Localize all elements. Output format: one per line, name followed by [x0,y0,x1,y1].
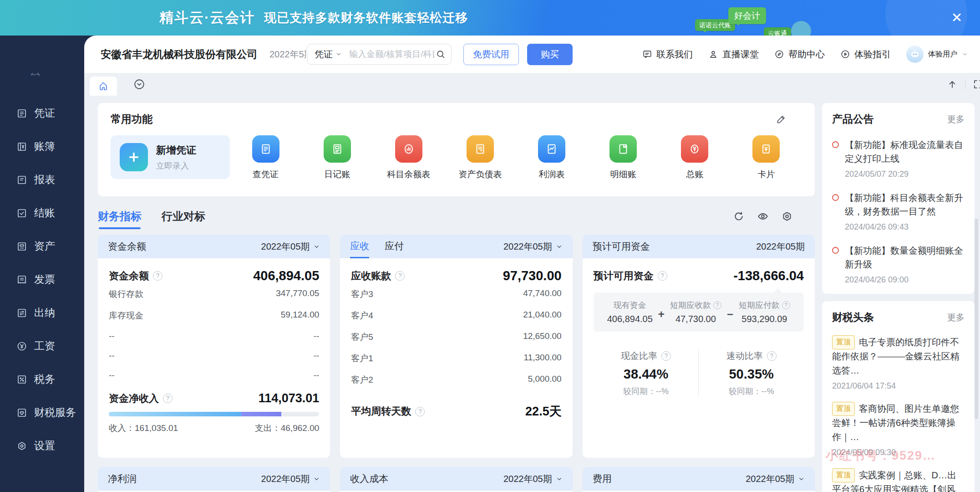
banner-close-icon[interactable]: ✕ [949,10,965,26]
link-label: 帮助中心 [788,48,825,61]
sidebar-item-cashier[interactable]: 出纳 [0,296,84,329]
sidebar-item-label: 财税服务 [34,405,76,420]
sidebar-item-assets[interactable]: 资产 [0,230,84,263]
tax-icon [16,374,27,385]
user-name: 体验用户 [928,50,957,59]
user-menu[interactable]: 体验用户 [906,46,968,63]
main-column: 常用功能 新增凭证 立即录入 [98,103,815,492]
help-icon[interactable] [153,271,162,281]
sidebar-item-invoice[interactable]: 发票 [0,263,84,296]
shortcut-label: 卡片 [757,169,775,180]
sidebar-item-closing[interactable]: 结账 [0,196,84,230]
tab-industry-benchmark[interactable]: 行业对标 [162,209,205,224]
buy-button[interactable]: 购买 [527,44,573,65]
sidebar-item-label: 设置 [34,439,55,453]
tab-payable[interactable]: 应付 [385,240,404,258]
live-class-link[interactable]: 直播课堂 [708,48,759,61]
shortcut-journal[interactable]: 日记账 [301,135,373,180]
sidebar-item-tax-services[interactable]: 财税服务 [0,396,84,429]
search-input[interactable] [348,49,436,60]
help-icon[interactable] [782,301,790,309]
global-search[interactable]: 凭证 [307,44,452,65]
funds-row: 银行存款347,770.05 [109,283,319,305]
company-name[interactable]: 安徽省丰龙机械科技股份有限公司 [101,47,258,62]
tab-list-dropdown[interactable] [133,78,145,90]
search-icon[interactable] [436,49,446,59]
tab-receivable[interactable]: 应收 [350,240,369,258]
help-icon[interactable] [163,394,173,403]
shortcut-general-ledger[interactable]: 总账 [659,135,731,180]
help-icon[interactable] [713,301,721,309]
sidebar-item-settings[interactable]: 设置 [0,429,84,462]
help-icon[interactable] [415,407,425,416]
sidebar-item-payroll[interactable]: 工资 [0,329,84,363]
home-tab[interactable] [90,77,117,96]
sidebar-item-ledgers[interactable]: 账簿 [0,130,84,163]
announcement-item[interactable]: 【新功能】数量金额明细账全新升级 2024/04/26 09:00 [832,244,965,285]
guide-link[interactable]: 体验指引 [840,48,891,61]
subledger-icon [609,135,637,163]
news-item[interactable]: 置顶实践案例｜总账、D…出平台等6大应用实例精选【剑风者… 2024/04/24… [832,468,965,492]
period-selector[interactable]: 2022年05期 [261,241,320,253]
shortcut-balance-sheet[interactable]: 资产负债表 [444,135,516,180]
shortcut-income-statement[interactable]: 利润表 [516,135,588,180]
refresh-icon[interactable] [733,210,745,222]
shortcut-account-balance[interactable]: 科目余额表 [373,135,444,180]
period-selector[interactable]: 2022年05期 [503,241,563,253]
expand-icon[interactable] [973,79,980,90]
period-selector[interactable]: 2022年05期 [261,473,320,485]
period-selector[interactable]: 2022年05期 [746,473,805,485]
shortcut-subledger[interactable]: 明细账 [588,135,659,180]
header: 安徽省丰龙机械科技股份有限公司 2022年5期 凭证 免费试用 购买 联系我们 … [0,36,980,73]
card-icon [752,135,780,163]
eye-icon[interactable] [757,210,769,222]
help-icon[interactable] [767,351,777,361]
sidebar-item-label: 账簿 [34,139,55,154]
shortcut-card[interactable]: 卡片 [731,135,802,180]
cashier-icon [16,308,27,318]
receivable-value: 97,730.00 [503,268,562,283]
content-area: 常用功能 新增凭证 立即录入 [84,96,980,492]
scroll-top-icon[interactable] [947,79,958,90]
search-category-select[interactable]: 凭证 [315,48,342,61]
card-title: 资金余额 [108,240,146,253]
new-voucher-subtitle: 立即录入 [156,160,196,171]
existing-funds: 现有资金 406,894.05 [607,300,653,324]
help-icon[interactable] [395,271,405,281]
shortcut-view-voucher[interactable]: 查凭证 [230,135,301,180]
chevron-down-icon [556,476,563,482]
net-income-label: 资金净收入 [109,392,173,405]
quick-functions-title: 常用功能 [111,112,152,126]
free-trial-button[interactable]: 免费试用 [463,44,519,65]
announcements-more-link[interactable]: 更多 [947,113,965,125]
tabstrip-tools [947,73,980,96]
vertical-scrollbar-thumb[interactable] [975,219,978,419]
shortcut-icons: 查凭证 日记账 科目余额表 [230,135,802,180]
sidebar-item-reports[interactable]: 报表 [0,163,84,196]
sidebar-item-label: 税务 [34,372,55,386]
available-funds-card: 预计可用资金 2022年05期 预计可用资金 -138,666.04 现有资金 [583,235,815,458]
news-item[interactable]: 置顶客商协同、图片生单邀您尝鲜！一帖讲清6种类型账簿操作｜… 2024/05/0… [832,402,965,457]
help-icon[interactable] [658,271,667,281]
help-icon[interactable] [661,351,671,361]
help-center-link[interactable]: 帮助中心 [774,48,825,61]
gear-icon[interactable] [781,210,793,222]
sidebar-item-tax[interactable]: 税务 [0,363,84,396]
tab-financial-indicators[interactable]: 财务指标 [98,209,142,224]
announcement-item[interactable]: 【新功能】科目余额表全新升级，财务数据一目了然 2024/04/26 09:43 [832,191,965,232]
sidebar-item-voucher[interactable]: 凭证 [0,97,84,130]
contact-us-link[interactable]: 联系我们 [642,48,693,61]
asset-icon [16,241,27,252]
net-profit-card: 净利润 2022年05期 [98,467,330,492]
news-item[interactable]: 置顶电子专票的纸质打印件不能作依据？———金蝶云社区精选答… 2021/06/0… [832,335,965,391]
tax-news-card: 财税头条 更多 置顶电子专票的纸质打印件不能作依据？———金蝶云社区精选答… 2… [822,301,975,492]
short-term-payable: 短期应付款 593,290.09 [739,300,790,324]
new-voucher-button[interactable]: 新增凭证 立即录入 [111,135,230,179]
news-more-link[interactable]: 更多 [947,312,965,323]
period-selector[interactable]: 2022年05期 [503,473,563,485]
funds-row: ---- [109,365,319,385]
announcement-item[interactable]: 【新功能】标准现金流量表自定义打印上线 2024/05/07 20:29 [832,138,965,179]
view-voucher-icon [252,135,279,163]
edit-pencil-icon[interactable] [776,114,787,125]
banner-badge-yunzhangtong: 云账通 [764,27,791,36]
